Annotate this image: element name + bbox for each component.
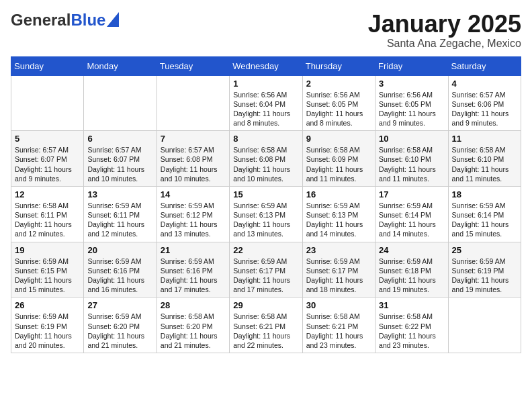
day-number: 30 xyxy=(306,300,371,310)
day-number: 24 xyxy=(379,245,444,255)
calendar-cell: 19Sunrise: 6:59 AM Sunset: 6:15 PM Dayli… xyxy=(11,242,84,298)
day-number: 20 xyxy=(87,245,152,255)
day-info: Sunrise: 6:59 AM Sunset: 6:17 PM Dayligh… xyxy=(233,257,298,295)
day-info: Sunrise: 6:59 AM Sunset: 6:15 PM Dayligh… xyxy=(15,257,80,295)
calendar-week-row: 26Sunrise: 6:59 AM Sunset: 6:19 PM Dayli… xyxy=(11,298,521,353)
day-number: 6 xyxy=(87,134,152,144)
calendar-week-row: 1Sunrise: 6:56 AM Sunset: 6:04 PM Daylig… xyxy=(11,75,521,131)
day-number: 11 xyxy=(452,134,517,144)
day-number: 2 xyxy=(306,79,371,89)
calendar-cell: 21Sunrise: 6:59 AM Sunset: 6:16 PM Dayli… xyxy=(157,242,229,298)
day-info: Sunrise: 6:58 AM Sunset: 6:20 PM Dayligh… xyxy=(161,312,226,350)
day-info: Sunrise: 6:58 AM Sunset: 6:22 PM Dayligh… xyxy=(379,312,444,350)
day-info: Sunrise: 6:57 AM Sunset: 6:08 PM Dayligh… xyxy=(161,145,226,183)
day-number: 27 xyxy=(87,300,152,310)
day-info: Sunrise: 6:58 AM Sunset: 6:08 PM Dayligh… xyxy=(233,145,298,183)
day-info: Sunrise: 6:58 AM Sunset: 6:10 PM Dayligh… xyxy=(452,145,517,183)
calendar-cell: 29Sunrise: 6:58 AM Sunset: 6:21 PM Dayli… xyxy=(230,298,302,353)
calendar-cell: 4Sunrise: 6:57 AM Sunset: 6:06 PM Daylig… xyxy=(448,75,521,131)
calendar-cell: 25Sunrise: 6:59 AM Sunset: 6:19 PM Dayli… xyxy=(448,242,521,298)
day-info: Sunrise: 6:59 AM Sunset: 6:16 PM Dayligh… xyxy=(161,257,226,295)
weekday-header-monday: Monday xyxy=(84,56,157,75)
day-number: 10 xyxy=(379,134,444,144)
day-number: 15 xyxy=(233,189,298,199)
day-info: Sunrise: 6:59 AM Sunset: 6:14 PM Dayligh… xyxy=(379,201,444,239)
logo-blue: Blue xyxy=(71,11,105,30)
calendar-cell: 7Sunrise: 6:57 AM Sunset: 6:08 PM Daylig… xyxy=(157,131,229,187)
day-info: Sunrise: 6:59 AM Sunset: 6:11 PM Dayligh… xyxy=(87,201,152,239)
calendar-cell xyxy=(84,75,157,131)
day-number: 9 xyxy=(306,134,371,144)
day-number: 5 xyxy=(15,134,80,144)
day-info: Sunrise: 6:59 AM Sunset: 6:19 PM Dayligh… xyxy=(452,257,517,295)
day-info: Sunrise: 6:56 AM Sunset: 6:04 PM Dayligh… xyxy=(233,90,298,128)
day-info: Sunrise: 6:59 AM Sunset: 6:16 PM Dayligh… xyxy=(87,257,152,295)
day-info: Sunrise: 6:59 AM Sunset: 6:13 PM Dayligh… xyxy=(306,201,371,239)
day-info: Sunrise: 6:59 AM Sunset: 6:18 PM Dayligh… xyxy=(379,257,444,295)
calendar-week-row: 19Sunrise: 6:59 AM Sunset: 6:15 PM Dayli… xyxy=(11,242,521,298)
day-number: 25 xyxy=(452,245,517,255)
day-number: 31 xyxy=(379,300,444,310)
calendar-cell: 22Sunrise: 6:59 AM Sunset: 6:17 PM Dayli… xyxy=(230,242,302,298)
day-info: Sunrise: 6:57 AM Sunset: 6:06 PM Dayligh… xyxy=(452,90,517,128)
day-info: Sunrise: 6:59 AM Sunset: 6:14 PM Dayligh… xyxy=(452,201,517,239)
weekday-header-thursday: Thursday xyxy=(302,56,375,75)
calendar-week-row: 12Sunrise: 6:58 AM Sunset: 6:11 PM Dayli… xyxy=(11,186,521,242)
calendar-cell xyxy=(11,75,84,131)
day-info: Sunrise: 6:58 AM Sunset: 6:21 PM Dayligh… xyxy=(233,312,298,350)
day-number: 16 xyxy=(306,189,371,199)
calendar-cell: 11Sunrise: 6:58 AM Sunset: 6:10 PM Dayli… xyxy=(448,131,521,187)
calendar-cell: 10Sunrise: 6:58 AM Sunset: 6:10 PM Dayli… xyxy=(375,131,448,187)
day-number: 29 xyxy=(233,300,298,310)
day-number: 14 xyxy=(161,189,226,199)
calendar-cell: 9Sunrise: 6:58 AM Sunset: 6:09 PM Daylig… xyxy=(302,131,375,187)
logo: General Blue xyxy=(11,11,119,30)
day-info: Sunrise: 6:56 AM Sunset: 6:05 PM Dayligh… xyxy=(379,90,444,128)
weekday-header-wednesday: Wednesday xyxy=(230,56,302,75)
day-number: 1 xyxy=(233,79,298,89)
calendar-cell: 28Sunrise: 6:58 AM Sunset: 6:20 PM Dayli… xyxy=(157,298,229,353)
calendar-cell: 26Sunrise: 6:59 AM Sunset: 6:19 PM Dayli… xyxy=(11,298,84,353)
day-info: Sunrise: 6:58 AM Sunset: 6:09 PM Dayligh… xyxy=(306,145,371,183)
day-number: 17 xyxy=(379,189,444,199)
day-info: Sunrise: 6:59 AM Sunset: 6:17 PM Dayligh… xyxy=(306,257,371,295)
calendar-cell: 31Sunrise: 6:58 AM Sunset: 6:22 PM Dayli… xyxy=(375,298,448,353)
title-section: January 2025 Santa Ana Zegache, Mexico xyxy=(368,11,521,50)
day-number: 21 xyxy=(161,245,226,255)
day-info: Sunrise: 6:59 AM Sunset: 6:13 PM Dayligh… xyxy=(233,201,298,239)
calendar-cell: 12Sunrise: 6:58 AM Sunset: 6:11 PM Dayli… xyxy=(11,186,84,242)
weekday-header-sunday: Sunday xyxy=(11,56,84,75)
weekday-header-tuesday: Tuesday xyxy=(157,56,229,75)
calendar-cell: 20Sunrise: 6:59 AM Sunset: 6:16 PM Dayli… xyxy=(84,242,157,298)
day-info: Sunrise: 6:59 AM Sunset: 6:12 PM Dayligh… xyxy=(161,201,226,239)
day-info: Sunrise: 6:59 AM Sunset: 6:19 PM Dayligh… xyxy=(15,312,80,350)
calendar-cell: 16Sunrise: 6:59 AM Sunset: 6:13 PM Dayli… xyxy=(302,186,375,242)
calendar-cell: 6Sunrise: 6:57 AM Sunset: 6:07 PM Daylig… xyxy=(84,131,157,187)
calendar-cell: 13Sunrise: 6:59 AM Sunset: 6:11 PM Dayli… xyxy=(84,186,157,242)
day-number: 8 xyxy=(233,134,298,144)
location-title: Santa Ana Zegache, Mexico xyxy=(368,38,521,50)
logo-general: General xyxy=(11,11,71,30)
day-number: 3 xyxy=(379,79,444,89)
calendar-table: SundayMondayTuesdayWednesdayThursdayFrid… xyxy=(11,56,521,353)
day-info: Sunrise: 6:58 AM Sunset: 6:21 PM Dayligh… xyxy=(306,312,371,350)
calendar-cell: 14Sunrise: 6:59 AM Sunset: 6:12 PM Dayli… xyxy=(157,186,229,242)
day-info: Sunrise: 6:57 AM Sunset: 6:07 PM Dayligh… xyxy=(87,145,152,183)
day-number: 23 xyxy=(306,245,371,255)
calendar-cell: 17Sunrise: 6:59 AM Sunset: 6:14 PM Dayli… xyxy=(375,186,448,242)
calendar-cell: 1Sunrise: 6:56 AM Sunset: 6:04 PM Daylig… xyxy=(230,75,302,131)
page-header: General Blue January 2025 Santa Ana Zega… xyxy=(11,11,521,50)
calendar-cell: 18Sunrise: 6:59 AM Sunset: 6:14 PM Dayli… xyxy=(448,186,521,242)
calendar-cell: 24Sunrise: 6:59 AM Sunset: 6:18 PM Dayli… xyxy=(375,242,448,298)
calendar-cell: 8Sunrise: 6:58 AM Sunset: 6:08 PM Daylig… xyxy=(230,131,302,187)
svg-marker-0 xyxy=(107,12,119,27)
day-number: 7 xyxy=(161,134,226,144)
calendar-cell xyxy=(448,298,521,353)
calendar-cell: 5Sunrise: 6:57 AM Sunset: 6:07 PM Daylig… xyxy=(11,131,84,187)
calendar-cell: 2Sunrise: 6:56 AM Sunset: 6:05 PM Daylig… xyxy=(302,75,375,131)
day-number: 19 xyxy=(15,245,80,255)
day-info: Sunrise: 6:58 AM Sunset: 6:11 PM Dayligh… xyxy=(15,201,80,239)
logo-icon xyxy=(107,12,119,27)
day-number: 4 xyxy=(452,79,517,89)
day-number: 28 xyxy=(161,300,226,310)
